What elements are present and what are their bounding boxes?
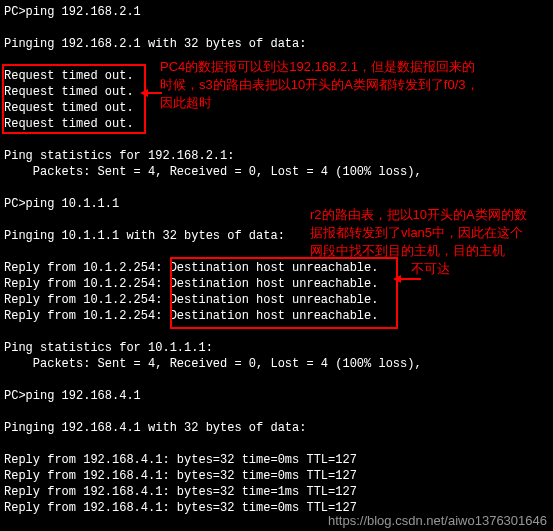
terminal-line: Reply from 10.1.2.254: Destination host … xyxy=(4,308,549,324)
terminal-line: Ping statistics for 10.1.1.1: xyxy=(4,340,549,356)
terminal-line xyxy=(4,372,549,388)
terminal-line: PC>ping 192.168.2.1 xyxy=(4,4,549,20)
terminal-line xyxy=(4,20,549,36)
terminal-line: Request timed out. xyxy=(4,116,549,132)
terminal-line xyxy=(4,180,549,196)
terminal-line: Pinging 192.168.2.1 with 32 bytes of dat… xyxy=(4,36,549,52)
terminal-line: Reply from 192.168.4.1: bytes=32 time=0m… xyxy=(4,452,549,468)
terminal-line: Packets: Sent = 4, Received = 0, Lost = … xyxy=(4,164,549,180)
terminal-line: Ping statistics for 192.168.2.1: xyxy=(4,148,549,164)
annotation-line: 网段中找不到目的主机，目的主机 xyxy=(310,242,550,260)
annotation-timeout: PC4的数据报可以到达192.168.2.1，但是数据报回来的 时候，s3的路由… xyxy=(160,58,550,112)
watermark: https://blog.csdn.net/aiwo1376301646 xyxy=(328,513,547,529)
annotation-line: PC4的数据报可以到达192.168.2.1，但是数据报回来的 xyxy=(160,58,550,76)
annotation-unreachable: r2的路由表，把以10开头的A类网的数 据报都转发到了vlan5中，因此在这个 … xyxy=(310,206,550,278)
terminal-line xyxy=(4,436,549,452)
annotation-line: 不可达 xyxy=(310,260,550,278)
annotation-line: 据报都转发到了vlan5中，因此在这个 xyxy=(310,224,550,242)
terminal-line: PC>ping 192.168.4.1 xyxy=(4,388,549,404)
terminal-line: Reply from 10.1.2.254: Destination host … xyxy=(4,292,549,308)
terminal-line xyxy=(4,132,549,148)
terminal-line: Reply from 10.1.2.254: Destination host … xyxy=(4,276,549,292)
terminal-line: Reply from 192.168.4.1: bytes=32 time=1m… xyxy=(4,484,549,500)
annotation-line: 因此超时 xyxy=(160,94,550,112)
terminal-line xyxy=(4,324,549,340)
annotation-line: r2的路由表，把以10开头的A类网的数 xyxy=(310,206,550,224)
terminal-line: Packets: Sent = 4, Received = 0, Lost = … xyxy=(4,356,549,372)
terminal-line: Pinging 192.168.4.1 with 32 bytes of dat… xyxy=(4,420,549,436)
terminal-line: Reply from 192.168.4.1: bytes=32 time=0m… xyxy=(4,468,549,484)
annotation-line: 时候，s3的路由表把以10开头的A类网都转发到了f0/3， xyxy=(160,76,550,94)
terminal-line xyxy=(4,404,549,420)
